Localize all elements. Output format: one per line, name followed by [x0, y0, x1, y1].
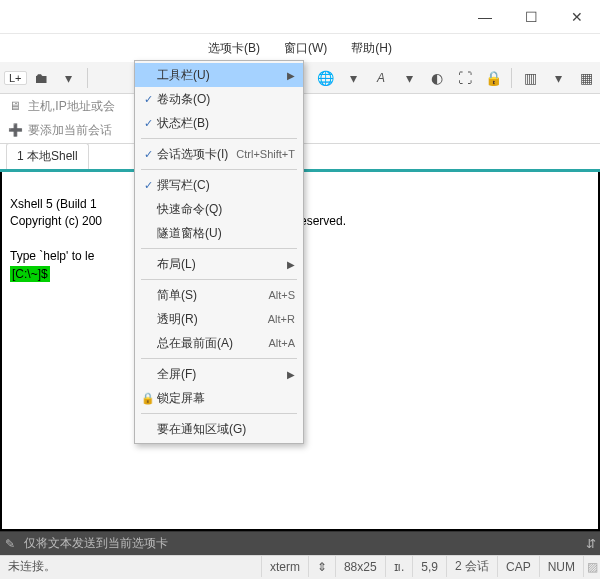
resize-grip-icon[interactable]: ▨	[584, 560, 600, 574]
tab-local-shell[interactable]: 1 本地Shell	[6, 143, 89, 169]
status-size: 88x25	[336, 556, 386, 577]
lock-icon[interactable]: 🔒	[481, 66, 505, 90]
menu-item-label: 简单(S)	[157, 287, 268, 304]
font-icon[interactable]: A	[369, 66, 393, 90]
menu-session-tabs-item[interactable]: ✓ 会话选项卡(I) Ctrl+Shift+T	[135, 142, 303, 166]
host-icon: 🖥	[8, 99, 22, 113]
status-arrows-icon: ⇕	[309, 556, 336, 577]
terminal-prompt: [C:\~]$	[10, 266, 50, 282]
menu-item-label: 会话选项卡(I)	[157, 146, 236, 163]
send-mode-icon[interactable]: ✎	[0, 537, 20, 551]
menu-quickcmd-item[interactable]: 快速命令(Q)	[135, 197, 303, 221]
menu-statusbar-item[interactable]: ✓ 状态栏(B)	[135, 111, 303, 135]
submenu-arrow-icon: ▶	[285, 369, 295, 380]
menu-lock-item[interactable]: 🔒 锁定屏幕	[135, 386, 303, 410]
menu-item-accel: Ctrl+Shift+T	[236, 148, 295, 160]
submenu-arrow-icon: ▶	[285, 259, 295, 270]
status-term-type: xterm	[262, 556, 309, 577]
menu-notify-item[interactable]: 要在通知区域(G)	[135, 417, 303, 441]
tab-label: 1 本地Shell	[17, 149, 78, 163]
menu-item-label: 隧道窗格(U)	[157, 225, 295, 242]
minimize-button[interactable]: —	[462, 0, 508, 34]
menu-item-accel: Alt+R	[268, 313, 295, 325]
status-cursor: 5,9	[413, 556, 447, 577]
menu-compose-item[interactable]: ✓ 撰写栏(C)	[135, 173, 303, 197]
open-icon[interactable]: 🖿	[29, 66, 53, 90]
lock-icon: 🔒	[139, 392, 157, 405]
menu-item-accel: Alt+S	[268, 289, 295, 301]
status-bar: 未连接。 xterm ⇕ 88x25 ɪı. 5,9 2 会话 CAP NUM …	[0, 555, 600, 577]
menu-simple-item[interactable]: 简单(S) Alt+S	[135, 283, 303, 307]
status-connection: 未连接。	[0, 556, 262, 577]
status-sessions: 2 会话	[447, 556, 498, 577]
dropdown-icon[interactable]: ▾	[341, 66, 365, 90]
theme-icon[interactable]: ◐	[425, 66, 449, 90]
menu-bar: 选项卡(B) 窗口(W) 帮助(H)	[0, 34, 600, 62]
maximize-button[interactable]: ☐	[508, 0, 554, 34]
close-button[interactable]: ✕	[554, 0, 600, 34]
menu-item-label: 撰写栏(C)	[157, 177, 295, 194]
title-bar: — ☐ ✕	[0, 0, 600, 34]
menu-item-label: 快速命令(Q)	[157, 201, 295, 218]
menu-layout-item[interactable]: 布局(L) ▶	[135, 252, 303, 276]
menu-separator	[141, 138, 297, 139]
menu-separator	[141, 169, 297, 170]
dropdown-icon[interactable]: ▾	[57, 66, 81, 90]
dropdown-icon[interactable]: ▾	[546, 66, 570, 90]
menu-item-label: 透明(R)	[157, 311, 268, 328]
terminal-line: Type `help' to le	[10, 249, 94, 263]
menu-item-label: 卷动条(O)	[157, 91, 295, 108]
separator	[87, 68, 88, 88]
dropdown-icon[interactable]: ▾	[397, 66, 421, 90]
menu-separator	[141, 358, 297, 359]
host-input-placeholder[interactable]: 主机,IP地址或会	[28, 98, 115, 115]
menu-tabs[interactable]: 选项卡(B)	[202, 38, 266, 59]
scroll-toggle-icon[interactable]: ⇵	[582, 537, 600, 551]
menu-item-label: 工具栏(U)	[157, 67, 285, 84]
tile-icon[interactable]: ▦	[574, 66, 598, 90]
new-session-button[interactable]: L+	[4, 71, 27, 85]
menu-always-top-item[interactable]: 总在最前面(A) Alt+A	[135, 331, 303, 355]
check-icon: ✓	[139, 179, 157, 192]
menu-item-label: 布局(L)	[157, 256, 285, 273]
globe-icon[interactable]: 🌐	[313, 66, 337, 90]
cascade-icon[interactable]: ▥	[518, 66, 542, 90]
menu-separator	[141, 413, 297, 414]
menu-help[interactable]: 帮助(H)	[345, 38, 398, 59]
menu-item-label: 状态栏(B)	[157, 115, 295, 132]
menu-tunnel-item[interactable]: 隧道窗格(U)	[135, 221, 303, 245]
menu-item-label: 全屏(F)	[157, 366, 285, 383]
view-submenu: 工具栏(U) ▶ ✓ 卷动条(O) ✓ 状态栏(B) ✓ 会话选项卡(I) Ct…	[134, 60, 304, 444]
menu-separator	[141, 279, 297, 280]
separator	[511, 68, 512, 88]
send-mode-text[interactable]: 仅将文本发送到当前选项卡	[20, 535, 582, 552]
menu-item-label: 要在通知区域(G)	[157, 421, 295, 438]
status-li: ɪı.	[386, 556, 414, 577]
submenu-arrow-icon: ▶	[285, 70, 295, 81]
status-cap: CAP	[498, 556, 540, 577]
menu-item-label: 总在最前面(A)	[157, 335, 268, 352]
check-icon: ✓	[139, 93, 157, 106]
add-session-icon: ➕	[8, 123, 22, 137]
compose-bar: ✎ 仅将文本发送到当前选项卡 ⇵	[0, 531, 600, 555]
menu-separator	[141, 248, 297, 249]
menu-scrollbar-item[interactable]: ✓ 卷动条(O)	[135, 87, 303, 111]
status-num: NUM	[540, 556, 584, 577]
fullscreen-icon[interactable]: ⛶	[453, 66, 477, 90]
menu-window[interactable]: 窗口(W)	[278, 38, 333, 59]
terminal-line: Xshell 5 (Build 1	[10, 197, 97, 211]
add-current-session[interactable]: 要添加当前会话	[28, 122, 112, 139]
menu-item-accel: Alt+A	[268, 337, 295, 349]
menu-transparent-item[interactable]: 透明(R) Alt+R	[135, 307, 303, 331]
check-icon: ✓	[139, 148, 157, 161]
menu-item-label: 锁定屏幕	[157, 390, 295, 407]
menu-toolbar-item[interactable]: 工具栏(U) ▶	[135, 63, 303, 87]
menu-fullscreen-item[interactable]: 全屏(F) ▶	[135, 362, 303, 386]
terminal-line: Copyright (c) 200	[10, 214, 102, 228]
check-icon: ✓	[139, 117, 157, 130]
